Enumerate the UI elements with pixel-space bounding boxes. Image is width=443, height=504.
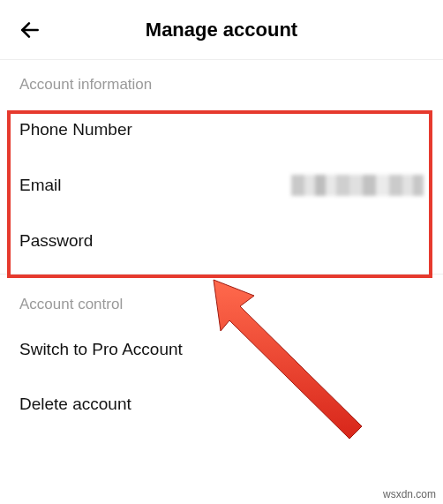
row-label: Delete account: [19, 395, 131, 414]
row-label: Password: [19, 231, 93, 251]
divider: [0, 274, 443, 275]
section-label-account-control: Account control: [0, 280, 443, 322]
email-value-redacted: [291, 175, 424, 196]
row-switch-to-pro[interactable]: Switch to Pro Account: [0, 322, 443, 377]
row-email[interactable]: Email: [0, 157, 443, 214]
section-label-account-information: Account information: [0, 60, 443, 102]
row-label: Phone Number: [19, 120, 132, 139]
watermark: wsxdn.com: [383, 488, 436, 500]
header: Manage account: [0, 0, 443, 60]
back-button[interactable]: [16, 16, 44, 44]
arrow-left-icon: [19, 19, 41, 41]
row-label: Switch to Pro Account: [19, 340, 183, 359]
row-label: Email: [19, 176, 62, 195]
row-password[interactable]: Password: [0, 214, 443, 268]
row-delete-account[interactable]: Delete account: [0, 377, 443, 432]
row-phone-number[interactable]: Phone Number: [0, 102, 443, 157]
page-title: Manage account: [0, 19, 443, 41]
